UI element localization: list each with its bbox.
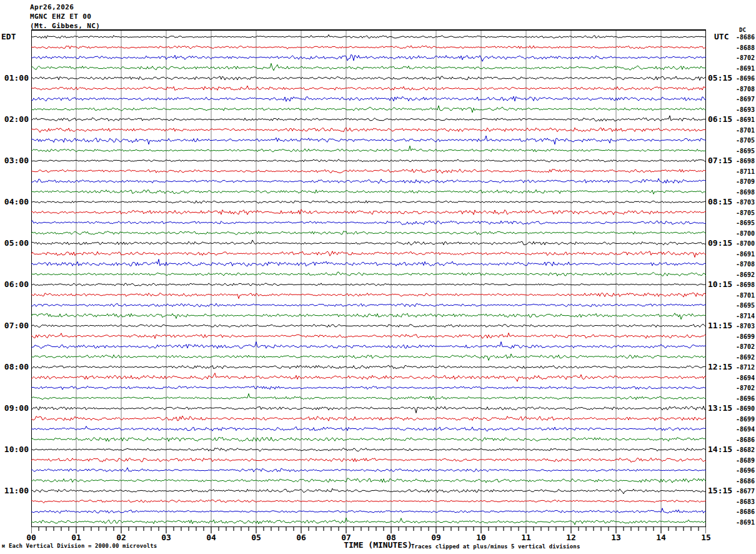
seismo-trace xyxy=(31,468,706,472)
edt-hour-label: 03:00 xyxy=(0,156,29,165)
dc-value: -8691 xyxy=(732,519,755,526)
utc-hour-label: 09:15 xyxy=(708,239,732,248)
edt-hour-label: 06:00 xyxy=(0,280,29,289)
dc-value: -8694 xyxy=(732,426,755,433)
seismo-trace xyxy=(31,518,706,525)
seismo-trace xyxy=(31,231,706,234)
helicorder-screen: Apr26,2026 MGNC EHZ ET 00 (Mt. Gibbes, N… xyxy=(0,0,756,554)
dc-value: -8696 xyxy=(732,395,755,402)
seismo-trace xyxy=(31,116,706,121)
dc-value: -8711 xyxy=(732,168,755,175)
utc-hour-label: 13:15 xyxy=(708,404,732,413)
dc-value: -8705 xyxy=(732,209,755,216)
dc-value: -8694 xyxy=(732,375,755,381)
minute-tick-label: 11 xyxy=(521,533,531,542)
seismo-trace xyxy=(31,386,706,390)
seismo-trace xyxy=(31,313,706,320)
seismo-trace xyxy=(31,189,706,194)
utc-hour-label: 15:15 xyxy=(708,486,732,495)
seismo-trace xyxy=(31,146,706,152)
dc-value: -8699 xyxy=(732,416,755,423)
minute-tick-label: 02 xyxy=(116,533,126,542)
dc-value: -8705 xyxy=(732,137,755,144)
seismo-trace xyxy=(31,333,706,338)
edt-hour-label: 01:00 xyxy=(0,74,29,83)
edt-hour-label: 09:00 xyxy=(0,404,29,413)
seismo-trace xyxy=(31,106,706,113)
utc-hour-label: 12:15 xyxy=(708,363,732,371)
dc-value: -8693 xyxy=(732,106,755,113)
dc-value: -8703 xyxy=(732,323,755,330)
seismo-trace xyxy=(31,46,706,49)
edt-hour-label: 08:00 xyxy=(0,363,29,371)
dc-value: -8696 xyxy=(732,467,755,474)
minute-tick-label: 13 xyxy=(611,533,621,542)
header-date: Apr26,2026 xyxy=(30,3,74,12)
seismo-trace xyxy=(31,458,706,462)
dc-value: -8700 xyxy=(732,240,755,247)
minute-tick-label: 01 xyxy=(71,533,81,542)
dc-value: -8700 xyxy=(732,230,755,237)
minute-tick-label: 09 xyxy=(431,533,441,542)
dc-value: -8691 xyxy=(732,65,755,72)
dc-value: -8692 xyxy=(732,354,755,361)
seismo-trace xyxy=(31,76,706,81)
seismo-trace xyxy=(31,342,706,349)
dc-value: -8697 xyxy=(732,96,755,103)
minute-tick-label: 06 xyxy=(296,533,306,542)
x-axis-title: TIME (MINUTES) xyxy=(344,540,412,550)
seismo-trace xyxy=(31,293,706,298)
dc-value: -8702 xyxy=(732,385,755,391)
dc-value: -8688 xyxy=(732,44,755,51)
seismo-trace xyxy=(31,508,706,513)
seismo-trace xyxy=(31,128,706,133)
dc-value: -8682 xyxy=(732,446,755,453)
dc-value: -8702 xyxy=(732,54,755,61)
header-station: MGNC EHZ ET 00 xyxy=(30,13,91,21)
dc-value: -8686 xyxy=(732,508,755,515)
right-axis-label: UTC xyxy=(714,32,729,41)
watermark-mark: м xyxy=(2,543,5,549)
dc-value: -8702 xyxy=(732,343,755,350)
dc-value: -8689 xyxy=(732,457,755,464)
edt-hour-label: 10:00 xyxy=(0,445,29,454)
minute-tick-label: 00 xyxy=(26,533,36,542)
seismo-trace xyxy=(31,448,706,451)
dc-value: -8708 xyxy=(732,261,755,268)
seismo-trace xyxy=(31,272,706,276)
dc-value: -8708 xyxy=(732,86,755,93)
seismo-trace xyxy=(31,96,706,101)
dc-value: -8698 xyxy=(732,158,755,164)
seismo-trace xyxy=(31,169,706,173)
utc-hour-label: 08:15 xyxy=(708,198,732,206)
dc-value: -8691 xyxy=(732,251,755,258)
dc-value: -8683 xyxy=(732,498,755,505)
dc-value: -8677 xyxy=(732,488,755,495)
seismo-trace xyxy=(31,159,706,163)
edt-hour-label: 07:00 xyxy=(0,321,29,330)
edt-hour-label: 11:00 xyxy=(0,486,29,495)
edt-hour-label: 04:00 xyxy=(0,198,29,206)
seismo-trace xyxy=(31,259,706,266)
minute-tick-label: 15 xyxy=(701,533,711,542)
dc-value: -8686 xyxy=(732,34,755,41)
seismo-trace xyxy=(31,325,706,328)
seismo-trace xyxy=(31,221,706,225)
seismo-trace xyxy=(31,63,706,71)
seismo-trace xyxy=(31,365,706,369)
dc-value: -8709 xyxy=(732,178,755,185)
footer-scale-note: Each Vertical Division = 2000.00 microvo… xyxy=(9,543,157,549)
dc-value: -8696 xyxy=(732,75,755,82)
utc-hour-label: 05:15 xyxy=(708,74,732,83)
dc-value: -8712 xyxy=(732,364,755,371)
dc-value: -8703 xyxy=(732,199,755,206)
dc-value: -8686 xyxy=(732,436,755,443)
seismo-trace xyxy=(31,201,706,204)
dc-value: -8695 xyxy=(732,148,755,154)
seismo-trace xyxy=(31,209,706,215)
seismo-trace xyxy=(31,303,706,307)
utc-hour-label: 06:15 xyxy=(708,115,732,124)
seismo-trace xyxy=(31,136,706,144)
utc-hour-label: 11:15 xyxy=(708,321,732,330)
seismo-trace xyxy=(31,354,706,361)
